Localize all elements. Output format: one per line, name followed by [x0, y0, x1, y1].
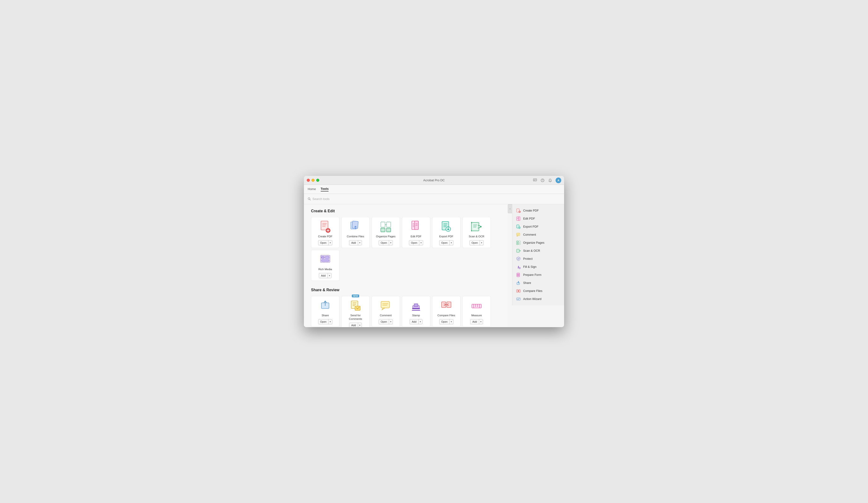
- sidebar-item-compare-files[interactable]: Compare Files: [512, 287, 564, 295]
- tool-wrapper-export-pdf: Export PDF Open ▾: [432, 217, 461, 248]
- sidebar-edit-pdf-icon: [516, 216, 521, 221]
- combine-files-icon: [349, 221, 362, 233]
- svg-rect-102: [517, 274, 519, 275]
- chat-icon[interactable]: [533, 178, 537, 182]
- measure-add-btn[interactable]: Add: [471, 319, 479, 324]
- rich-media-add-btn[interactable]: Add: [319, 273, 328, 278]
- compare-files-open-btn[interactable]: Open: [440, 319, 450, 324]
- send-for-comments-add-btn[interactable]: Add: [349, 323, 358, 327]
- sidebar-export-pdf-icon: [516, 224, 521, 229]
- measure-arrow-btn[interactable]: ▾: [479, 320, 483, 324]
- svg-rect-8: [321, 221, 328, 230]
- traffic-lights: [307, 179, 319, 182]
- tool-card-combine-files[interactable]: Combine Files Add ▾: [341, 217, 370, 248]
- help-icon[interactable]: ?: [540, 178, 545, 182]
- combine-files-add-btn[interactable]: Add: [349, 241, 358, 245]
- organize-pages-open-btn[interactable]: Open: [379, 241, 389, 245]
- titlebar-actions: ? A: [533, 178, 561, 183]
- tool-card-export-pdf[interactable]: Export PDF Open ▾: [432, 217, 461, 248]
- measure-icon: [471, 300, 483, 312]
- combine-files-btn-group: Add ▾: [349, 240, 362, 245]
- searchbar: [304, 194, 564, 204]
- titlebar: Acrobat Pro DC ?: [304, 176, 564, 185]
- tool-card-comment[interactable]: Comment Open ▾: [372, 296, 400, 327]
- svg-point-40: [480, 226, 482, 227]
- create-pdf-arrow-btn[interactable]: ▾: [329, 241, 332, 245]
- organize-pages-name: Organize Pages: [376, 235, 395, 238]
- sidebar-compare-files-label: Compare Files: [523, 289, 542, 293]
- sidebar-export-pdf-label: Export PDF: [523, 225, 538, 228]
- rich-media-arrow-btn[interactable]: ▾: [328, 274, 331, 277]
- tool-card-scan-ocr[interactable]: Scan & OCR Open ▾: [462, 217, 491, 248]
- nav-home[interactable]: Home: [308, 187, 316, 191]
- sidebar-item-protect[interactable]: Protect: [512, 255, 564, 263]
- tool-card-create-pdf[interactable]: Create PDF Open ▾: [311, 217, 339, 248]
- sidebar-item-fill-sign[interactable]: Fill & Sign: [512, 263, 564, 271]
- sidebar-item-action-wizard[interactable]: Action Wizard: [512, 295, 564, 303]
- organize-pages-arrow-btn[interactable]: ▾: [389, 241, 393, 245]
- scan-ocr-open-btn[interactable]: Open: [470, 241, 480, 245]
- create-pdf-name: Create PDF: [318, 235, 332, 238]
- compare-files-name: Compare Files: [437, 314, 455, 317]
- tool-card-rich-media[interactable]: Rich Media Add ▾: [311, 250, 339, 281]
- sidebar-item-scan-ocr[interactable]: Scan & OCR: [512, 247, 564, 255]
- share-open-btn[interactable]: Open: [318, 319, 329, 324]
- sidebar-item-create-pdf[interactable]: Create PDF: [512, 207, 564, 214]
- sidebar-fill-sign-icon: [516, 264, 521, 269]
- svg-rect-18: [381, 222, 385, 227]
- tool-card-send-for-comments[interactable]: Send for Comments Add ▾: [341, 296, 370, 327]
- share-name: Share: [322, 314, 329, 317]
- tool-card-share[interactable]: Share Open ▾: [311, 296, 339, 327]
- notification-icon[interactable]: [548, 178, 552, 182]
- sidebar-item-share[interactable]: Share: [512, 279, 564, 287]
- section-share-review: Share & Review Share: [311, 288, 501, 327]
- tool-card-organize-pages[interactable]: Organize Pages Open ▾: [372, 217, 400, 248]
- compare-files-arrow-btn[interactable]: ▾: [450, 320, 453, 324]
- tool-card-measure[interactable]: Measure Add ▾: [462, 296, 491, 327]
- share-arrow-btn[interactable]: ▾: [329, 320, 332, 324]
- export-pdf-open-btn[interactable]: Open: [440, 241, 450, 245]
- send-for-comments-arrow-btn[interactable]: ▾: [358, 323, 362, 327]
- comment-open-btn[interactable]: Open: [379, 319, 389, 324]
- scan-ocr-icon: [471, 221, 483, 233]
- minimize-button[interactable]: [311, 179, 314, 182]
- collapse-sidebar-button[interactable]: ‹: [508, 204, 512, 213]
- sidebar-item-organize-pages[interactable]: Organize Pages: [512, 239, 564, 247]
- stamp-name: Stamp: [412, 314, 420, 317]
- nav-tools[interactable]: Tools: [321, 187, 329, 191]
- sidebar-item-export-pdf[interactable]: Export PDF: [512, 223, 564, 231]
- right-sidebar: Create PDF Edit PDF: [512, 204, 564, 305]
- scan-ocr-arrow-btn[interactable]: ▾: [480, 241, 484, 245]
- sidebar-item-comment[interactable]: Comment: [512, 231, 564, 239]
- svg-rect-16: [352, 221, 358, 229]
- search-input[interactable]: [312, 197, 360, 201]
- tool-wrapper-compare-files: Compare Files Open ▾: [432, 296, 461, 327]
- tool-card-edit-pdf[interactable]: Edit PDF Open ▾: [402, 217, 430, 248]
- svg-rect-21: [386, 228, 391, 232]
- rich-media-icon: [319, 253, 331, 266]
- user-avatar[interactable]: A: [556, 178, 561, 183]
- share-btn-group: Open ▾: [318, 319, 332, 324]
- tool-card-stamp[interactable]: Stamp Add ▾: [402, 296, 430, 327]
- sidebar-area: ‹ Create PDF: [508, 204, 564, 327]
- sidebar-item-prepare-form[interactable]: Prepare Form: [512, 271, 564, 279]
- section-create-edit: Create & Edit: [311, 209, 501, 281]
- edit-pdf-open-btn[interactable]: Open: [409, 241, 419, 245]
- sidebar-item-edit-pdf[interactable]: Edit PDF: [512, 214, 564, 223]
- svg-rect-103: [517, 275, 519, 276]
- edit-pdf-arrow-btn[interactable]: ▾: [419, 241, 423, 245]
- tool-card-compare-files[interactable]: Compare Files Open ▾: [432, 296, 461, 327]
- send-for-comments-icon: [349, 300, 362, 312]
- maximize-button[interactable]: [316, 179, 319, 182]
- svg-rect-47: [322, 257, 322, 258]
- measure-btn-group: Add ▾: [470, 319, 483, 324]
- export-pdf-arrow-btn[interactable]: ▾: [450, 241, 453, 245]
- comment-arrow-btn[interactable]: ▾: [389, 320, 393, 324]
- sidebar-protect-label: Protect: [523, 257, 533, 261]
- stamp-add-btn[interactable]: Add: [410, 319, 418, 324]
- create-pdf-open-btn[interactable]: Open: [318, 241, 329, 245]
- close-button[interactable]: [307, 179, 310, 182]
- combine-files-arrow-btn[interactable]: ▾: [358, 241, 362, 245]
- stamp-arrow-btn[interactable]: ▾: [418, 320, 422, 324]
- organize-pages-btn-group: Open ▾: [379, 240, 393, 245]
